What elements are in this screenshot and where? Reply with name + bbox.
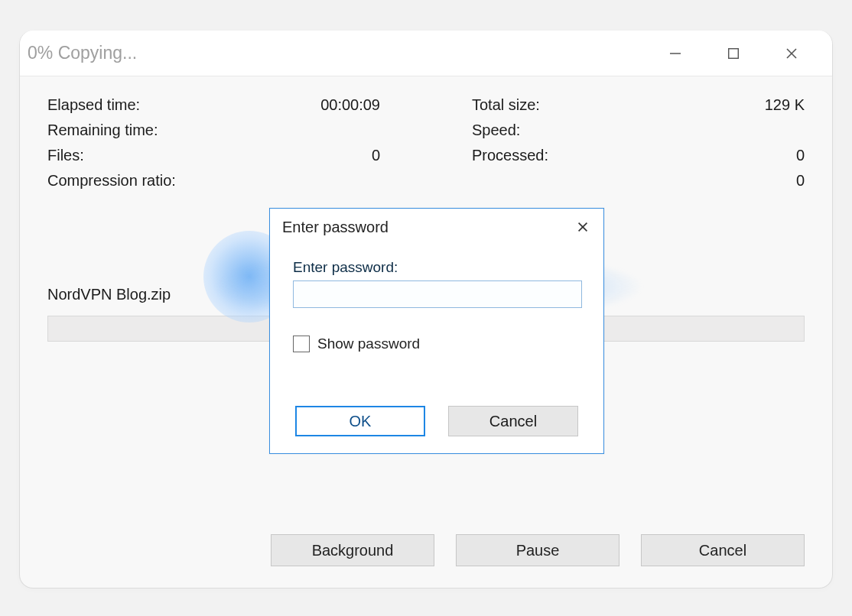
remaining-time-label: Remaining time: bbox=[47, 122, 158, 139]
stats-panel: Elapsed time: 00:00:09 Remaining time: F… bbox=[20, 76, 832, 190]
window-title: 0% Copying... bbox=[28, 43, 137, 63]
total-size-value: 129 K bbox=[765, 96, 805, 114]
packed-value: 0 bbox=[796, 172, 805, 190]
close-icon[interactable] bbox=[782, 44, 802, 63]
show-password-label: Show password bbox=[317, 336, 420, 352]
svg-rect-1 bbox=[729, 48, 739, 58]
total-size-label: Total size: bbox=[472, 96, 540, 114]
password-dialog: Enter password Enter password: Show pass… bbox=[269, 208, 604, 454]
processed-value: 0 bbox=[796, 147, 805, 164]
elapsed-time-label: Elapsed time: bbox=[47, 96, 140, 114]
compression-ratio-label: Compression ratio: bbox=[47, 172, 176, 190]
speed-label: Speed: bbox=[472, 122, 520, 139]
dialog-title: Enter password bbox=[282, 219, 389, 236]
minimize-icon[interactable] bbox=[665, 44, 685, 63]
password-label: Enter password: bbox=[293, 259, 580, 276]
files-label: Files: bbox=[47, 147, 84, 164]
footer-buttons: Background Pause Cancel bbox=[20, 534, 832, 566]
password-input[interactable] bbox=[293, 280, 582, 308]
pause-button[interactable]: Pause bbox=[456, 534, 619, 566]
titlebar: 0% Copying... bbox=[20, 31, 832, 76]
show-password-checkbox[interactable] bbox=[293, 336, 310, 352]
elapsed-time-value: 00:00:09 bbox=[320, 96, 380, 114]
close-icon[interactable] bbox=[574, 219, 591, 235]
processed-label: Processed: bbox=[472, 147, 548, 164]
progress-window: 0% Copying... Elapsed time: 00:00:09 Rem… bbox=[19, 31, 833, 588]
ok-button[interactable]: OK bbox=[295, 406, 425, 436]
maximize-icon[interactable] bbox=[724, 44, 743, 63]
background-button[interactable]: Background bbox=[271, 534, 434, 566]
cancel-button[interactable]: Cancel bbox=[641, 534, 805, 566]
window-controls bbox=[665, 44, 832, 63]
dialog-cancel-button[interactable]: Cancel bbox=[448, 406, 578, 436]
files-value: 0 bbox=[372, 147, 380, 164]
dialog-titlebar: Enter password bbox=[270, 209, 603, 245]
